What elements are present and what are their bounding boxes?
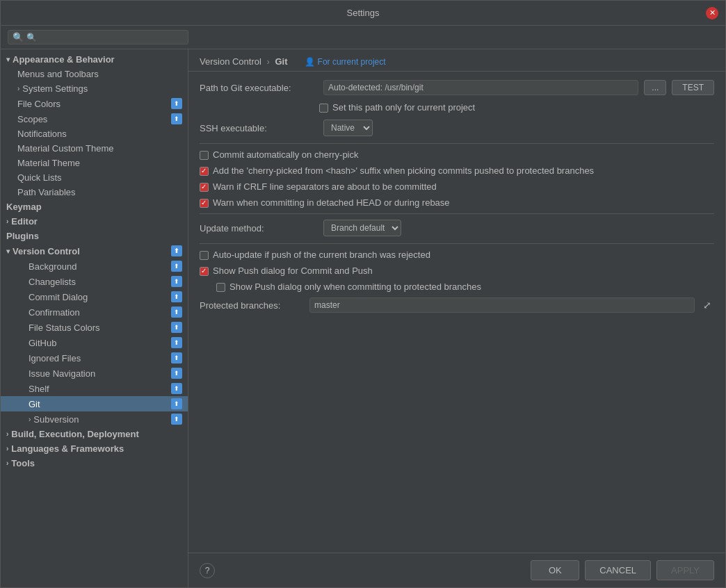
sidebar-item-label: Version Control (13, 246, 80, 256)
sidebar-item-file-status-colors[interactable]: File Status Colors ⬆ (1, 320, 188, 335)
sidebar-item-file-colors[interactable]: File Colors ⬆ (1, 96, 188, 111)
sidebar-item-build[interactable]: › Build, Execution, Deployment (1, 427, 188, 441)
warn-detached-checkbox[interactable] (200, 199, 209, 208)
sidebar-item-label: Quick Lists (17, 172, 62, 183)
search-bar: 🔍 (1, 26, 725, 49)
project-icon: 👤 (305, 57, 315, 67)
sidebar-item-editor[interactable]: › Editor (1, 214, 188, 229)
sidebar-item-label: Scopes (17, 114, 47, 124)
breadcrumb-sep: › (267, 56, 270, 67)
cherry-pick-row: Commit automatically on cherry-pick (200, 149, 714, 160)
help-button[interactable]: ? (200, 563, 215, 578)
sidebar-item-label: Tools (11, 458, 35, 468)
divider-3 (200, 243, 714, 244)
sidebar-item-confirmation[interactable]: Confirmation ⬆ (1, 304, 188, 320)
sidebar-item-material-custom-theme[interactable]: Material Custom Theme (1, 141, 188, 156)
project-link[interactable]: 👤 For current project (305, 57, 386, 67)
sidebar-item-version-control[interactable]: ▾ Version Control ⬆ (1, 243, 188, 259)
sidebar-item-label: Shelf (29, 384, 49, 394)
divider-2 (200, 213, 714, 214)
sidebar-item-subversion[interactable]: › Subversion ⬆ (1, 411, 188, 427)
auto-update-checkbox[interactable] (200, 251, 209, 260)
sidebar-item-label: Keymap (6, 202, 42, 212)
sidebar-item-label: Languages & Frameworks (11, 443, 124, 454)
sidebar-item-scopes[interactable]: Scopes ⬆ (1, 111, 188, 126)
sidebar: ▾ Appearance & Behavior Menus and Toolba… (1, 49, 188, 587)
search-icon: 🔍 (13, 32, 24, 42)
close-button[interactable]: ✕ (706, 7, 718, 19)
arrow-icon: › (6, 218, 8, 225)
sidebar-item-keymap[interactable]: Keymap (1, 199, 188, 214)
add-suffix-label: Add the 'cherry-picked from <hash>' suff… (213, 165, 594, 176)
update-method-select[interactable]: Branch default Merge Rebase (323, 220, 401, 236)
show-push-checkbox[interactable] (200, 267, 209, 276)
badge-icon: ⬆ (171, 291, 182, 302)
test-button[interactable]: TEST (672, 80, 714, 95)
sidebar-item-issue-navigation[interactable]: Issue Navigation ⬆ (1, 366, 188, 381)
sidebar-item-ignored-files[interactable]: Ignored Files ⬆ (1, 350, 188, 366)
cherry-pick-checkbox[interactable] (200, 151, 209, 160)
badge-icon: ⬆ (171, 383, 182, 394)
expand-button[interactable]: ⤢ (700, 298, 714, 312)
add-suffix-row: Add the 'cherry-picked from <hash>' suff… (200, 165, 714, 176)
breadcrumb-current: Git (275, 56, 287, 67)
sidebar-item-label: Subversion (33, 414, 79, 425)
push-protected-row: Show Push dialog only when committing to… (216, 281, 714, 292)
badge-icon: ⬆ (171, 398, 182, 409)
sidebar-item-system-settings[interactable]: › System Settings (1, 81, 188, 96)
git-executable-input[interactable] (323, 80, 638, 95)
badge-icon: ⬆ (171, 368, 182, 379)
sidebar-item-label: File Status Colors (29, 322, 100, 333)
sidebar-item-appearance[interactable]: ▾ Appearance & Behavior (1, 52, 188, 67)
sidebar-item-quick-lists[interactable]: Quick Lists (1, 170, 188, 185)
badge-icon: ⬆ (171, 352, 182, 364)
sidebar-item-label: Material Theme (17, 158, 80, 168)
settings-dialog: Settings ✕ 🔍 ▾ Appearance & Behavior Men… (0, 0, 726, 588)
push-protected-checkbox[interactable] (216, 283, 225, 292)
current-project-label: Set this path only for current project (332, 102, 475, 113)
arrow-icon: › (29, 416, 31, 423)
protected-branches-row: Protected branches: ⤢ (200, 297, 714, 313)
auto-update-row: Auto-update if push of the current branc… (200, 250, 714, 260)
content-area: Version Control › Git 👤 For current proj… (188, 49, 725, 587)
add-suffix-checkbox[interactable] (200, 167, 209, 176)
sidebar-item-notifications[interactable]: Notifications (1, 126, 188, 141)
sidebar-item-path-variables[interactable]: Path Variables (1, 185, 188, 199)
protected-branches-input[interactable] (309, 297, 695, 313)
sidebar-item-background[interactable]: Background ⬆ (1, 259, 188, 274)
sidebar-item-git[interactable]: Git ⬆ (1, 396, 188, 411)
badge-icon: ⬆ (171, 307, 182, 318)
sidebar-item-label: Path Variables (17, 187, 76, 197)
ellipsis-button[interactable]: ... (644, 80, 666, 95)
sidebar-item-label: Plugins (6, 231, 39, 241)
breadcrumb: Version Control › Git (200, 56, 288, 67)
ssh-row: SSH executable: Native Built-in (200, 120, 714, 136)
content-body: Path to Git executable: ... TEST Set thi… (188, 72, 725, 553)
sidebar-item-github[interactable]: GitHub ⬆ (1, 335, 188, 350)
sidebar-item-menus-toolbars[interactable]: Menus and Toolbars (1, 67, 188, 81)
sidebar-item-tools[interactable]: › Tools (1, 456, 188, 471)
sidebar-item-languages[interactable]: › Languages & Frameworks (1, 441, 188, 456)
sidebar-item-material-theme[interactable]: Material Theme (1, 156, 188, 170)
ssh-select[interactable]: Native Built-in (323, 120, 373, 136)
sidebar-item-label: Git (29, 399, 40, 409)
dialog-title: Settings (347, 8, 380, 18)
sidebar-item-changelists[interactable]: Changelists ⬆ (1, 274, 188, 289)
sidebar-item-shelf[interactable]: Shelf ⬆ (1, 381, 188, 396)
sidebar-item-label: Changelists (29, 277, 76, 287)
arrow-icon: ▾ (6, 247, 10, 255)
update-method-row: Update method: Branch default Merge Reba… (200, 220, 714, 236)
sidebar-item-label: GitHub (29, 338, 56, 348)
warn-crlf-checkbox[interactable] (200, 183, 209, 192)
current-project-checkbox[interactable] (319, 104, 328, 113)
main-content: ▾ Appearance & Behavior Menus and Toolba… (1, 49, 725, 587)
cancel-button[interactable]: CANCEL (585, 560, 651, 580)
arrow-icon: ▾ (6, 56, 10, 63)
ok-button[interactable]: OK (531, 560, 579, 580)
sidebar-item-commit-dialog[interactable]: Commit Dialog ⬆ (1, 289, 188, 304)
badge-icon: ⬆ (171, 322, 182, 333)
apply-button[interactable]: APPLY (656, 560, 714, 580)
sidebar-item-plugins[interactable]: Plugins (1, 229, 188, 243)
search-input[interactable] (26, 33, 184, 42)
ssh-label: SSH executable: (200, 123, 318, 133)
